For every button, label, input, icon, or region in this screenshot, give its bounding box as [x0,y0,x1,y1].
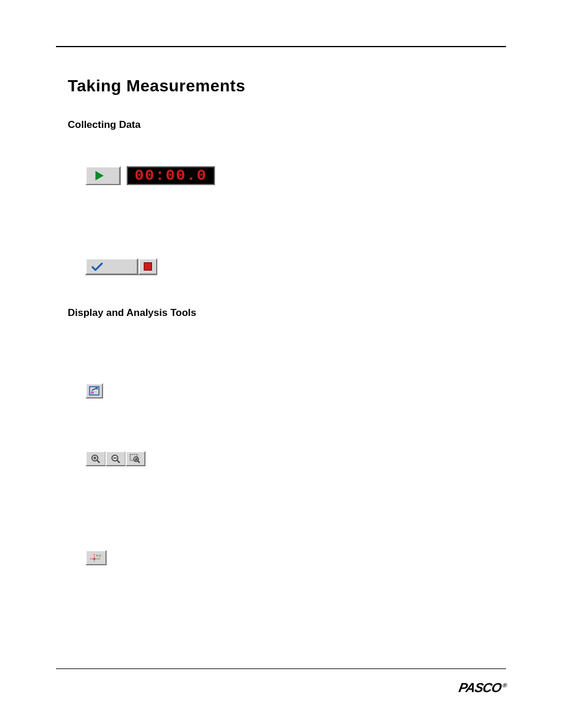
scalefit-toolbar [85,383,103,398]
logo-text: PASCO [458,680,503,695]
registered-mark: ® [503,682,507,689]
running-header: DataStudio Starter Manual [423,29,506,38]
scale-to-fit-icon [89,386,100,396]
zoom-out-button[interactable] [105,451,125,466]
timer-display: 00:00.0 [127,166,215,185]
scale-to-fit-button[interactable] [85,383,103,398]
stop-button[interactable] [138,258,157,275]
keep-toolbar [85,258,157,275]
smart-tool-icon: x,y [89,552,103,563]
checkmark-icon [91,262,103,272]
svg-point-16 [93,558,95,559]
zoom-lead: Zoom in, Zoom out, Zoom select [68,429,515,439]
zoom-desc: The Graph and Histogram zoom tools chang… [68,478,515,519]
content: Taking Measurements Collecting Data When… [68,77,515,618]
zoom-toolbar [85,451,146,466]
svg-line-11 [138,461,140,463]
top-rule [56,46,506,47]
smart-desc: The Smart Tool button activates a set of… [68,577,515,618]
smart-lead: Smart Tool [68,528,515,538]
page: DataStudio Starter Manual Taking Measure… [0,0,562,728]
separator [137,259,137,274]
zoom-in-button[interactable] [85,451,105,466]
svg-rect-1 [91,391,94,394]
keep-button[interactable] [85,258,138,275]
svg-line-7 [117,460,120,463]
zoom-out-icon [111,454,121,463]
zoom-in-icon [91,454,101,463]
scalefit-desc: A Graph, FFT, Histogram, or Meter displa… [68,410,515,421]
pasco-logo: PASCO® [458,680,508,696]
record-follow: When the Start button is clicked, it wil… [68,197,515,228]
play-icon [95,171,104,180]
stop-icon [144,262,152,271]
record-toolbar: 00:00.0 [85,166,215,185]
keep-follow: Clicking the red square to the right of … [68,286,515,297]
zoom-select-button[interactable] [125,451,146,466]
page-number: 12 [56,683,65,693]
scalefit-lead: Scale to fit [68,361,515,371]
section-heading-collecting: Collecting Data [68,119,515,131]
separator [119,167,120,184]
start-button[interactable] [85,166,121,185]
bottom-rule [56,668,506,669]
svg-text:x,y: x,y [96,554,101,557]
section-heading-analysis: Display and Analysis Tools [68,307,515,319]
zoom-select-icon [130,454,141,463]
smart-toolbar: x,y [85,550,107,565]
analysis-intro: DataStudio provides a complement of feat… [68,332,515,353]
collecting-intro: When the experiment has been set up, cli… [68,144,515,154]
keep-desc: If a Start condition has been set up, th… [68,236,515,246]
smart-tool-button[interactable]: x,y [85,550,107,565]
svg-line-3 [97,460,100,463]
page-title: Taking Measurements [68,77,515,95]
